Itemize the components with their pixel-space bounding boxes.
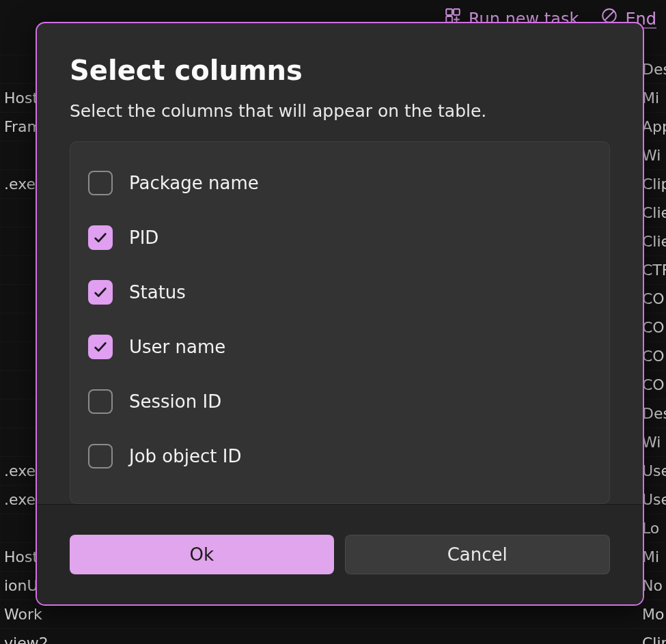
column-option[interactable]: User name — [70, 320, 609, 374]
dialog-body: Select columns Select the columns that w… — [37, 23, 643, 504]
dialog-title: Select columns — [70, 55, 610, 86]
user-cell — [283, 630, 399, 644]
column-option-label: Package name — [129, 173, 259, 193]
column-option[interactable]: Package name — [70, 156, 609, 210]
table-row[interactable]: view2Clip — [0, 628, 666, 644]
select-columns-dialog: Select columns Select the columns that w… — [36, 22, 644, 606]
status-cell — [150, 630, 283, 644]
checkbox[interactable] — [88, 280, 113, 305]
description-cell: Clip — [638, 630, 666, 644]
checkbox[interactable] — [88, 389, 113, 414]
svg-rect-1 — [454, 9, 460, 15]
checkbox[interactable] — [88, 444, 113, 468]
columns-options-panel: Package namePIDStatusUser nameSession ID… — [70, 141, 610, 504]
session-cell — [399, 630, 441, 644]
memory-cell — [441, 630, 553, 644]
checkbox[interactable] — [88, 335, 113, 359]
column-option-label: Status — [129, 282, 186, 303]
description-cell: Mo — [638, 602, 666, 627]
ok-button[interactable]: Ok — [70, 535, 334, 574]
checkbox[interactable] — [88, 225, 113, 250]
pid-cell — [86, 630, 150, 644]
column-option-label: Session ID — [129, 391, 221, 412]
checkbox[interactable] — [88, 171, 113, 195]
column-option-label: Job object ID — [129, 446, 241, 466]
column-option[interactable]: Job object ID — [70, 429, 609, 484]
cancel-button[interactable]: Cancel — [345, 535, 611, 574]
dialog-footer: Ok Cancel — [37, 504, 643, 604]
column-option[interactable]: Status — [70, 265, 609, 320]
column-option[interactable]: Session ID — [70, 374, 609, 429]
process-name-cell: view2 — [0, 630, 86, 644]
svg-rect-0 — [446, 9, 452, 15]
column-option[interactable]: PID — [70, 210, 609, 265]
arch-cell — [553, 630, 638, 644]
column-option-label: PID — [129, 227, 158, 248]
column-option-label: User name — [129, 337, 225, 357]
dialog-subtitle: Select the columns that will appear on t… — [70, 101, 610, 121]
